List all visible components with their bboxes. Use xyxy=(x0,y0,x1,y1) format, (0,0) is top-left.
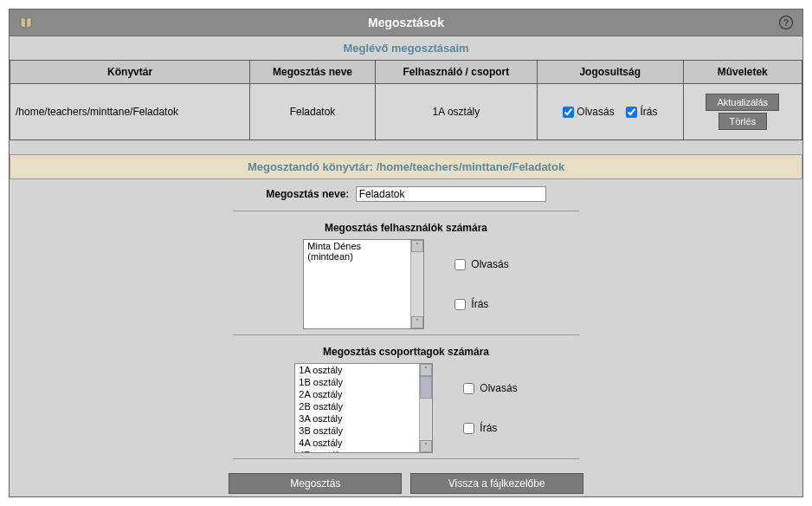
divider xyxy=(233,458,579,459)
col-actions: Műveletek xyxy=(683,61,802,84)
scroll-up-icon[interactable]: ˄ xyxy=(420,364,432,376)
list-item[interactable]: 2A osztály xyxy=(295,388,419,400)
share-users-block: Minta Dénes (mintdean) ˄ ˅ Olvasás Írás xyxy=(27,239,785,329)
share-form: Megosztás neve: Megosztás felhasználók s… xyxy=(10,179,802,506)
divider xyxy=(233,334,579,335)
list-item[interactable]: 2B osztály xyxy=(295,400,419,412)
table-header-row: Könyvtár Megosztás neve Felhasználó / cs… xyxy=(10,61,802,84)
existing-shares-header: Meglévő megosztásaim xyxy=(10,36,802,60)
scroll-track xyxy=(420,399,432,440)
users-read-checkbox[interactable] xyxy=(454,259,466,270)
cell-directory: /home/teachers/minttane/Feladatok xyxy=(10,84,250,140)
share-button[interactable]: Megosztás xyxy=(229,473,402,494)
scroll-up-icon[interactable]: ˄ xyxy=(411,240,423,252)
share-name-label: Megosztás neve: xyxy=(266,188,349,200)
list-item[interactable]: 3B osztály xyxy=(295,425,419,437)
shares-window: Megosztások ? Meglévő megosztásaim Könyv… xyxy=(9,9,803,497)
groups-scrollbar: ˄ ˅ xyxy=(419,364,432,452)
divider xyxy=(233,211,579,211)
list-item[interactable]: 4B osztály xyxy=(295,449,419,452)
cell-permission: Olvasás Írás xyxy=(537,84,683,140)
list-item[interactable]: Minta Dénes (mintdean) xyxy=(304,240,410,263)
share-target-header: Megosztandó könyvtár: /home/teachers/min… xyxy=(10,154,802,179)
groups-write-label: Írás xyxy=(480,422,497,434)
scroll-thumb[interactable] xyxy=(420,376,432,399)
groups-listbox-content: 1A osztály 1B osztály 2A osztály 2B oszt… xyxy=(295,364,419,452)
cell-user-group: 1A osztály xyxy=(375,84,537,140)
col-user-group: Felhasználó / csoport xyxy=(375,61,537,84)
col-directory: Könyvtár xyxy=(10,61,250,84)
svg-text:?: ? xyxy=(783,17,789,28)
users-listbox-content: Minta Dénes (mintdean) xyxy=(304,240,410,328)
back-button[interactable]: Vissza a fájlkezelőbe xyxy=(410,473,583,494)
share-name-input[interactable] xyxy=(356,186,546,202)
table-row: /home/teachers/minttane/Feladatok Felada… xyxy=(10,84,802,140)
list-item[interactable]: 3A osztály xyxy=(295,412,419,425)
share-groups-title: Megosztás csoporttagok számára xyxy=(27,341,785,363)
button-row: Megosztás Vissza a fájlkezelőbe xyxy=(27,464,785,503)
col-share-name: Megosztás neve xyxy=(250,61,376,84)
row-read-checkbox[interactable] xyxy=(563,107,574,118)
row-write-label: Írás xyxy=(640,106,657,118)
scroll-track xyxy=(411,252,423,316)
row-read-label: Olvasás xyxy=(577,106,614,118)
share-groups-block: 1A osztály 1B osztály 2A osztály 2B oszt… xyxy=(27,363,785,453)
book-icon xyxy=(18,15,34,30)
delete-button[interactable]: Törlés xyxy=(719,113,768,130)
share-name-row: Megosztás neve: xyxy=(27,183,785,205)
col-permission: Jogosultság xyxy=(537,61,683,84)
list-item[interactable]: 4A osztály xyxy=(295,437,419,449)
groups-write-row: Írás xyxy=(463,422,517,434)
users-read-row: Olvasás xyxy=(454,258,508,270)
groups-write-checkbox[interactable] xyxy=(463,423,474,434)
users-write-label: Írás xyxy=(471,298,488,310)
share-users-title: Megosztás felhasználók számára xyxy=(27,217,785,239)
spacer xyxy=(10,140,802,154)
users-perms: Olvasás Írás xyxy=(454,239,508,329)
groups-read-row: Olvasás xyxy=(463,382,517,394)
users-write-row: Írás xyxy=(454,298,508,310)
scroll-down-icon[interactable]: ˅ xyxy=(420,440,432,452)
existing-shares-table: Könyvtár Megosztás neve Felhasználó / cs… xyxy=(10,60,802,140)
cell-actions: Aktualizálás Törlés xyxy=(683,84,802,140)
groups-listbox[interactable]: 1A osztály 1B osztály 2A osztály 2B oszt… xyxy=(294,363,433,453)
list-item[interactable]: 1A osztály xyxy=(295,364,419,376)
help-icon[interactable]: ? xyxy=(778,15,794,30)
scroll-down-icon[interactable]: ˅ xyxy=(411,316,423,328)
groups-read-checkbox[interactable] xyxy=(463,383,474,394)
titlebar: Megosztások ? xyxy=(10,10,802,36)
groups-perms: Olvasás Írás xyxy=(463,363,517,453)
users-read-label: Olvasás xyxy=(471,258,508,270)
users-scrollbar: ˄ ˅ xyxy=(410,240,423,328)
users-write-checkbox[interactable] xyxy=(454,299,466,310)
row-write-checkbox[interactable] xyxy=(626,107,637,118)
window-title: Megosztások xyxy=(34,16,778,29)
cell-share-name: Feladatok xyxy=(250,84,376,140)
groups-read-label: Olvasás xyxy=(480,382,517,394)
users-listbox[interactable]: Minta Dénes (mintdean) ˄ ˅ xyxy=(303,239,424,329)
update-button[interactable]: Aktualizálás xyxy=(706,94,779,111)
list-item[interactable]: 1B osztály xyxy=(295,376,419,388)
